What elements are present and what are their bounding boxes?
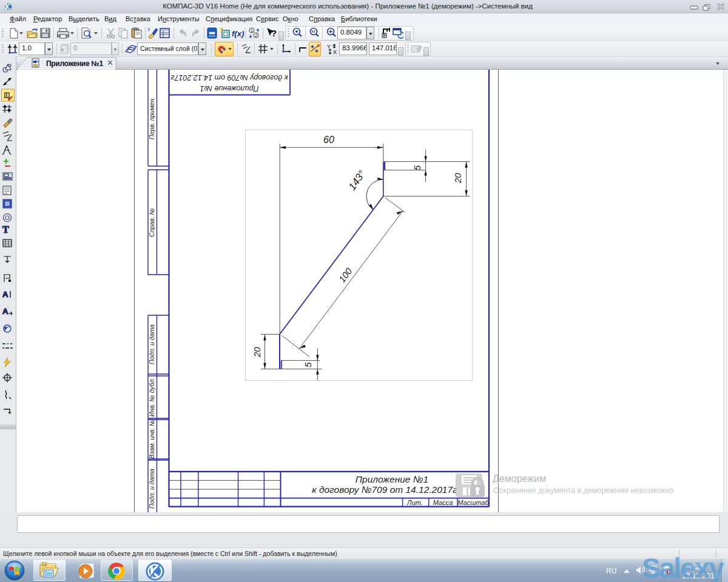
svg-text:Масса: Масса [433, 499, 453, 506]
svg-text:X: X [333, 49, 337, 55]
svg-text:60: 60 [323, 135, 334, 145]
svg-text:A: A [2, 307, 8, 316]
svg-text:Приложение №1: Приложение №1 [200, 84, 259, 93]
svg-text:20: 20 [252, 347, 262, 358]
svg-text:1: 1 [251, 28, 254, 33]
svg-text:Инв. № дубл.: Инв. № дубл. [148, 378, 155, 417]
svg-text:2: 2 [255, 33, 258, 38]
svg-text:5: 5 [412, 165, 422, 170]
svg-text:к договору №709 от 14.12.2017г: к договору №709 от 14.12.2017г [170, 73, 288, 82]
svg-text:100: 100 [337, 266, 354, 284]
svg-text:Y: Y [327, 44, 331, 50]
svg-text:Подп. и дата: Подп. и дата [148, 469, 155, 509]
svg-text:Лит.: Лит. [406, 499, 423, 506]
svg-text:Деморежим: Деморежим [493, 473, 546, 484]
svg-text:к договору №709 от 14.12.2017г: к договору №709 от 14.12.2017г [312, 484, 457, 495]
svg-text:?: ? [271, 28, 277, 38]
svg-text:Справ. №: Справ. № [148, 208, 155, 237]
svg-text:Подп. и дата: Подп. и дата [148, 324, 155, 364]
svg-text:143°: 143° [346, 168, 368, 192]
svg-text:Масштаб: Масштаб [457, 499, 489, 506]
svg-text:5: 5 [303, 362, 313, 367]
svg-text:A: A [2, 290, 8, 299]
svg-text:?: ? [220, 27, 223, 34]
svg-text:Приложение №1: Приложение №1 [356, 474, 428, 484]
svg-text:T: T [2, 224, 9, 235]
svg-text:Перв. примен.: Перв. примен. [148, 97, 155, 139]
svg-text:20: 20 [453, 173, 463, 184]
svg-text:Взам. инв. №: Взам. инв. № [148, 420, 155, 459]
svg-text:Сохранение документа в демореж: Сохранение документа в деморежиме невозм… [493, 486, 673, 495]
